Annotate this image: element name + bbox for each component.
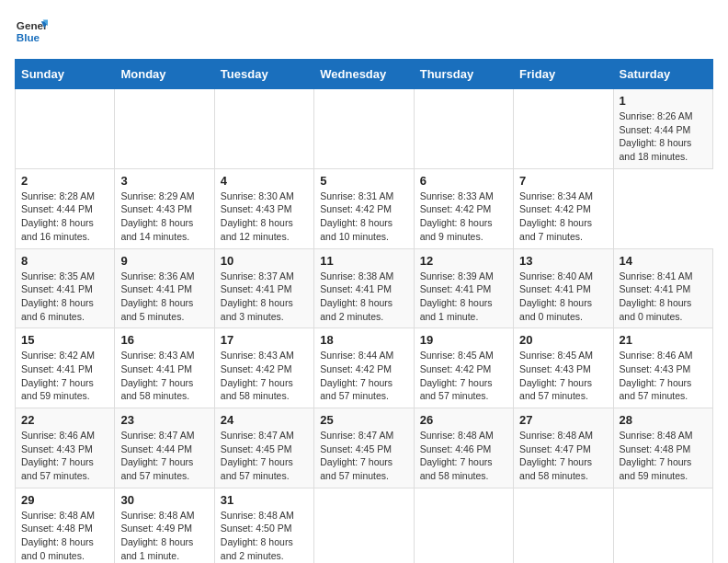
calendar-week-row: 22Sunrise: 8:46 AMSunset: 4:43 PMDayligh… [16, 408, 713, 488]
calendar-cell: 9Sunrise: 8:36 AMSunset: 4:41 PMDaylight… [115, 248, 214, 328]
day-detail: Sunrise: 8:48 AMSunset: 4:47 PMDaylight:… [519, 429, 607, 483]
day-number: 22 [21, 413, 108, 427]
logo: General Blue [15, 15, 53, 48]
calendar-cell: 1Sunrise: 8:26 AMSunset: 4:44 PMDaylight… [613, 89, 712, 169]
calendar-cell: 26Sunrise: 8:48 AMSunset: 4:46 PMDayligh… [414, 408, 513, 488]
svg-text:General: General [17, 19, 48, 31]
day-number: 26 [420, 413, 507, 427]
calendar-cell: 22Sunrise: 8:46 AMSunset: 4:43 PMDayligh… [16, 408, 115, 488]
day-number: 21 [620, 333, 707, 347]
logo-icon: General Blue [15, 15, 48, 48]
calendar-cell: 8Sunrise: 8:35 AMSunset: 4:41 PMDaylight… [16, 248, 115, 328]
day-number: 12 [420, 254, 507, 268]
calendar-cell: 29Sunrise: 8:48 AMSunset: 4:48 PMDayligh… [16, 488, 115, 563]
day-detail: Sunrise: 8:46 AMSunset: 4:43 PMDaylight:… [21, 429, 108, 483]
day-number: 31 [221, 493, 308, 507]
day-number: 2 [21, 174, 108, 188]
day-detail: Sunrise: 8:47 AMSunset: 4:45 PMDaylight:… [320, 429, 407, 483]
calendar-cell [16, 89, 115, 169]
day-of-week-header: Saturday [613, 60, 712, 89]
calendar-cell [514, 488, 613, 563]
day-number: 3 [120, 174, 208, 188]
day-number: 20 [519, 333, 607, 347]
day-number: 11 [320, 254, 407, 268]
header: General Blue [15, 15, 713, 48]
day-number: 23 [120, 413, 208, 427]
calendar-cell: 7Sunrise: 8:34 AMSunset: 4:42 PMDaylight… [514, 168, 613, 248]
calendar-cell [314, 89, 414, 169]
calendar-cell: 31Sunrise: 8:48 AMSunset: 4:50 PMDayligh… [214, 488, 313, 563]
calendar-cell: 15Sunrise: 8:42 AMSunset: 4:41 PMDayligh… [16, 328, 115, 408]
calendar-week-row: 2Sunrise: 8:28 AMSunset: 4:44 PMDaylight… [16, 168, 713, 248]
calendar-cell: 17Sunrise: 8:43 AMSunset: 4:42 PMDayligh… [214, 328, 313, 408]
day-number: 29 [21, 493, 108, 507]
day-number: 16 [120, 333, 208, 347]
day-number: 19 [420, 333, 507, 347]
calendar-cell: 18Sunrise: 8:44 AMSunset: 4:42 PMDayligh… [314, 328, 414, 408]
calendar-cell: 28Sunrise: 8:48 AMSunset: 4:48 PMDayligh… [613, 408, 712, 488]
day-detail: Sunrise: 8:35 AMSunset: 4:41 PMDaylight:… [21, 270, 108, 324]
calendar-cell: 6Sunrise: 8:33 AMSunset: 4:42 PMDaylight… [414, 168, 513, 248]
calendar-cell [214, 89, 313, 169]
calendar-cell: 10Sunrise: 8:37 AMSunset: 4:41 PMDayligh… [214, 248, 313, 328]
calendar-cell [414, 89, 513, 169]
day-detail: Sunrise: 8:31 AMSunset: 4:42 PMDaylight:… [320, 190, 407, 244]
day-of-week-header: Tuesday [214, 60, 313, 89]
calendar-week-row: 1Sunrise: 8:26 AMSunset: 4:44 PMDaylight… [16, 89, 713, 169]
day-detail: Sunrise: 8:48 AMSunset: 4:50 PMDaylight:… [221, 509, 308, 563]
calendar-cell: 11Sunrise: 8:38 AMSunset: 4:41 PMDayligh… [314, 248, 414, 328]
day-detail: Sunrise: 8:47 AMSunset: 4:45 PMDaylight:… [221, 429, 308, 483]
day-number: 15 [21, 333, 108, 347]
calendar-cell: 3Sunrise: 8:29 AMSunset: 4:43 PMDaylight… [115, 168, 214, 248]
day-number: 8 [21, 254, 108, 268]
day-detail: Sunrise: 8:43 AMSunset: 4:42 PMDaylight:… [221, 349, 308, 403]
day-number: 13 [519, 254, 607, 268]
day-detail: Sunrise: 8:33 AMSunset: 4:42 PMDaylight:… [420, 190, 507, 244]
day-detail: Sunrise: 8:38 AMSunset: 4:41 PMDaylight:… [320, 270, 407, 324]
day-detail: Sunrise: 8:45 AMSunset: 4:42 PMDaylight:… [420, 349, 507, 403]
day-number: 30 [120, 493, 208, 507]
day-of-week-header: Thursday [414, 60, 513, 89]
day-detail: Sunrise: 8:36 AMSunset: 4:41 PMDaylight:… [120, 270, 208, 324]
day-detail: Sunrise: 8:48 AMSunset: 4:48 PMDaylight:… [620, 429, 707, 483]
calendar-cell: 20Sunrise: 8:45 AMSunset: 4:43 PMDayligh… [514, 328, 613, 408]
calendar-cell: 23Sunrise: 8:47 AMSunset: 4:44 PMDayligh… [115, 408, 214, 488]
calendar-cell: 24Sunrise: 8:47 AMSunset: 4:45 PMDayligh… [214, 408, 313, 488]
calendar-cell: 4Sunrise: 8:30 AMSunset: 4:43 PMDaylight… [214, 168, 313, 248]
svg-text:Blue: Blue [17, 31, 40, 43]
day-number: 6 [420, 174, 507, 188]
day-detail: Sunrise: 8:30 AMSunset: 4:43 PMDaylight:… [221, 190, 308, 244]
day-detail: Sunrise: 8:28 AMSunset: 4:44 PMDaylight:… [21, 190, 108, 244]
day-detail: Sunrise: 8:44 AMSunset: 4:42 PMDaylight:… [320, 349, 407, 403]
day-of-week-header: Friday [514, 60, 613, 89]
calendar-cell: 16Sunrise: 8:43 AMSunset: 4:41 PMDayligh… [115, 328, 214, 408]
calendar-cell: 2Sunrise: 8:28 AMSunset: 4:44 PMDaylight… [16, 168, 115, 248]
calendar-cell: 19Sunrise: 8:45 AMSunset: 4:42 PMDayligh… [414, 328, 513, 408]
day-number: 1 [620, 94, 707, 108]
day-detail: Sunrise: 8:34 AMSunset: 4:42 PMDaylight:… [519, 190, 607, 244]
calendar-cell [115, 89, 214, 169]
day-detail: Sunrise: 8:41 AMSunset: 4:41 PMDaylight:… [620, 270, 707, 324]
calendar-cell: 30Sunrise: 8:48 AMSunset: 4:49 PMDayligh… [115, 488, 214, 563]
day-number: 17 [221, 333, 308, 347]
day-of-week-header: Sunday [16, 60, 115, 89]
day-number: 25 [320, 413, 407, 427]
calendar-cell: 13Sunrise: 8:40 AMSunset: 4:41 PMDayligh… [514, 248, 613, 328]
calendar-table: SundayMondayTuesdayWednesdayThursdayFrid… [15, 59, 713, 563]
calendar-cell [314, 488, 414, 563]
calendar-cell: 25Sunrise: 8:47 AMSunset: 4:45 PMDayligh… [314, 408, 414, 488]
calendar-cell: 12Sunrise: 8:39 AMSunset: 4:41 PMDayligh… [414, 248, 513, 328]
day-header-row: SundayMondayTuesdayWednesdayThursdayFrid… [16, 60, 713, 89]
day-detail: Sunrise: 8:45 AMSunset: 4:43 PMDaylight:… [519, 349, 607, 403]
day-of-week-header: Wednesday [314, 60, 414, 89]
day-detail: Sunrise: 8:40 AMSunset: 4:41 PMDaylight:… [519, 270, 607, 324]
day-number: 24 [221, 413, 308, 427]
day-number: 27 [519, 413, 607, 427]
day-detail: Sunrise: 8:37 AMSunset: 4:41 PMDaylight:… [221, 270, 308, 324]
calendar-cell [514, 89, 613, 169]
day-number: 4 [221, 174, 308, 188]
calendar-week-row: 29Sunrise: 8:48 AMSunset: 4:48 PMDayligh… [16, 488, 713, 563]
calendar-cell: 27Sunrise: 8:48 AMSunset: 4:47 PMDayligh… [514, 408, 613, 488]
calendar-header: SundayMondayTuesdayWednesdayThursdayFrid… [16, 60, 713, 89]
day-number: 9 [120, 254, 208, 268]
